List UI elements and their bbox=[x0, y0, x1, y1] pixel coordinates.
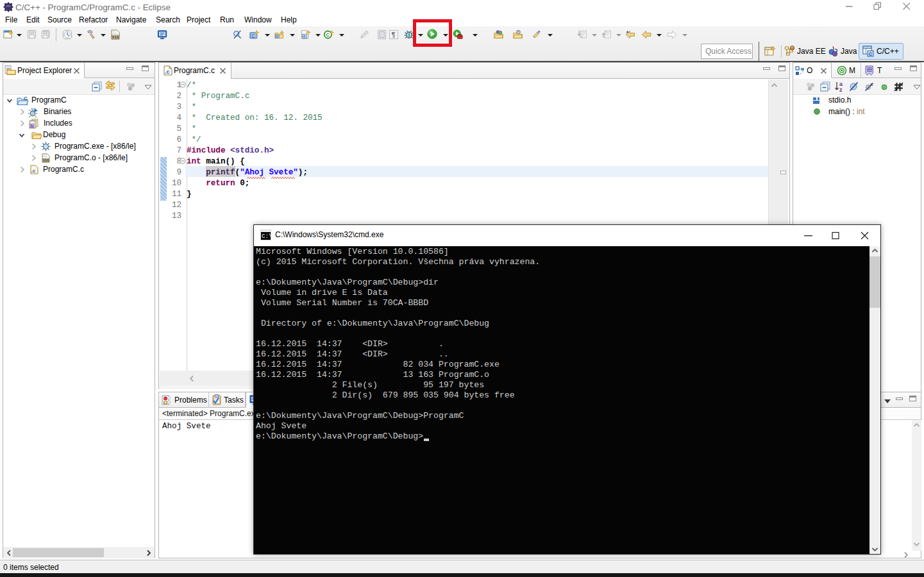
svg-text:¶: ¶ bbox=[391, 31, 395, 38]
svg-text:010: 010 bbox=[43, 158, 49, 162]
svg-text:C:\: C:\ bbox=[262, 233, 271, 240]
svg-text:C: C bbox=[326, 32, 330, 38]
svg-text:010: 010 bbox=[112, 35, 119, 39]
svg-text:.c: .c bbox=[165, 69, 170, 75]
svg-text:C: C bbox=[869, 52, 872, 56]
svg-text:z: z bbox=[839, 87, 843, 93]
svg-text:h: h bbox=[31, 124, 33, 128]
svg-text:C: C bbox=[252, 34, 255, 38]
svg-text:C: C bbox=[24, 96, 28, 101]
svg-text:c: c bbox=[276, 34, 278, 38]
svg-text:.c: .c bbox=[31, 168, 36, 174]
